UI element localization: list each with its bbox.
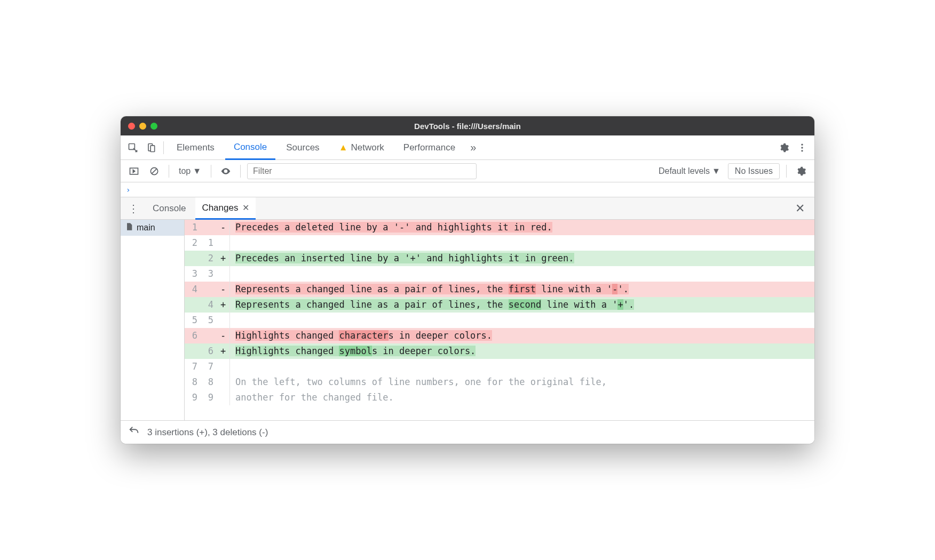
diff-row: 6+Highlights changed symbols in deeper c… xyxy=(185,343,814,359)
line-number-left: 9 xyxy=(185,390,201,405)
changes-footer: 3 insertions (+), 3 deletions (-) xyxy=(121,420,814,444)
line-number-right xyxy=(201,328,217,343)
device-toolbar-icon[interactable] xyxy=(143,140,159,156)
close-window-button[interactable] xyxy=(128,123,135,130)
issues-button[interactable]: No Issues xyxy=(728,163,780,179)
chevron-down-icon: ▼ xyxy=(193,166,201,176)
diff-op: - xyxy=(217,282,229,297)
diff-row: 99another for the changed file. xyxy=(185,390,814,405)
divider xyxy=(163,141,164,154)
diff-content: Represents a changed line as a pair of l… xyxy=(230,282,814,297)
file-item-main[interactable]: main xyxy=(121,220,184,236)
revert-icon[interactable] xyxy=(128,425,140,439)
close-drawer-icon[interactable]: ✕ xyxy=(789,202,811,215)
diff-content: another for the changed file. xyxy=(230,390,814,405)
line-number-right: 2 xyxy=(201,251,217,266)
diff-row: 88On the left, two columns of line numbe… xyxy=(185,374,814,390)
inspect-element-icon[interactable] xyxy=(125,140,141,156)
diff-content: Precedes an inserted line by a '+' and h… xyxy=(230,251,814,266)
eye-icon[interactable] xyxy=(218,163,234,179)
drawer-menu-icon[interactable]: ⋮ xyxy=(124,202,143,215)
line-number-left: 3 xyxy=(185,266,201,282)
divider xyxy=(211,165,211,178)
tab-elements[interactable]: Elements xyxy=(168,135,223,160)
diff-op: + xyxy=(217,297,229,313)
diff-row: 77 xyxy=(185,359,814,374)
line-number-right: 1 xyxy=(201,235,217,251)
line-number-left: 2 xyxy=(185,235,201,251)
divider xyxy=(240,165,241,178)
chevron-down-icon: ▼ xyxy=(712,166,720,176)
tab-network[interactable]: ▲ Network xyxy=(330,135,393,160)
diff-op xyxy=(217,235,229,251)
line-number-right: 9 xyxy=(201,390,217,405)
drawer-tab-console[interactable]: Console xyxy=(146,197,192,220)
drawer-tab-changes-label: Changes xyxy=(202,203,238,213)
diff-row: 6-Highlights changed characters in deepe… xyxy=(185,328,814,343)
close-tab-icon[interactable]: ✕ xyxy=(242,203,249,213)
diff-content: On the left, two columns of line numbers… xyxy=(230,374,814,390)
diff-op: + xyxy=(217,251,229,266)
diff-row: 4-Represents a changed line as a pair of… xyxy=(185,282,814,297)
diff-content: Represents a changed line as a pair of l… xyxy=(230,297,814,313)
line-number-right xyxy=(201,220,217,235)
console-prompt[interactable]: › xyxy=(121,182,814,197)
diff-op xyxy=(217,266,229,282)
line-number-right: 3 xyxy=(201,266,217,282)
diff-row: 4+Represents a changed line as a pair of… xyxy=(185,297,814,313)
tab-console[interactable]: Console xyxy=(225,135,275,160)
tab-sources[interactable]: Sources xyxy=(278,135,328,160)
diff-content xyxy=(230,266,814,282)
line-number-left: 5 xyxy=(185,313,201,328)
svg-rect-2 xyxy=(150,145,155,151)
line-number-left xyxy=(185,343,201,359)
warning-icon: ▲ xyxy=(339,142,348,153)
settings-icon[interactable] xyxy=(776,140,792,156)
file-name-label: main xyxy=(137,223,155,233)
sidebar-toggle-icon[interactable] xyxy=(126,163,142,179)
diff-row: 1-Precedes a deleted line by a '-' and h… xyxy=(185,220,814,235)
kebab-menu-icon[interactable] xyxy=(794,140,810,156)
context-label: top xyxy=(179,166,191,176)
diff-op: + xyxy=(217,343,229,359)
tab-performance[interactable]: Performance xyxy=(395,135,464,160)
line-number-left: 4 xyxy=(185,282,201,297)
drawer-tab-bar: ⋮ Console Changes ✕ ✕ xyxy=(121,197,814,220)
line-number-right: 4 xyxy=(201,297,217,313)
file-icon xyxy=(125,222,133,234)
diff-op xyxy=(217,359,229,374)
window-controls xyxy=(128,123,157,130)
diff-row: 33 xyxy=(185,266,814,282)
divider xyxy=(786,165,787,178)
diff-content: Highlights changed characters in deeper … xyxy=(230,328,814,343)
context-selector[interactable]: top ▼ xyxy=(176,166,204,176)
diff-op: - xyxy=(217,220,229,235)
diff-viewer[interactable]: 1-Precedes a deleted line by a '-' and h… xyxy=(185,220,814,420)
log-levels-selector[interactable]: Default levels ▼ xyxy=(655,166,724,176)
line-number-left: 8 xyxy=(185,374,201,390)
diff-content xyxy=(230,235,814,251)
diff-content xyxy=(230,359,814,374)
line-number-right xyxy=(201,282,217,297)
diff-row: 2+Precedes an inserted line by a '+' and… xyxy=(185,251,814,266)
filter-input[interactable] xyxy=(247,163,477,179)
main-tab-bar: Elements Console Sources ▲ Network Perfo… xyxy=(121,135,814,160)
changes-summary: 3 insertions (+), 3 deletions (-) xyxy=(147,427,268,438)
clear-console-icon[interactable] xyxy=(146,163,162,179)
maximize-window-button[interactable] xyxy=(150,123,157,130)
minimize-window-button[interactable] xyxy=(139,123,146,130)
diff-content xyxy=(230,313,814,328)
diff-row: 55 xyxy=(185,313,814,328)
line-number-left xyxy=(185,251,201,266)
diff-op xyxy=(217,374,229,390)
console-settings-icon[interactable] xyxy=(793,163,809,179)
line-number-right: 5 xyxy=(201,313,217,328)
divider xyxy=(169,165,169,178)
line-number-left: 6 xyxy=(185,328,201,343)
more-tabs-button[interactable]: » xyxy=(466,141,480,154)
line-number-left: 7 xyxy=(185,359,201,374)
diff-content: Highlights changed symbols in deeper col… xyxy=(230,343,814,359)
line-number-left: 1 xyxy=(185,220,201,235)
drawer-tab-changes[interactable]: Changes ✕ xyxy=(195,197,256,220)
svg-point-5 xyxy=(801,150,803,151)
